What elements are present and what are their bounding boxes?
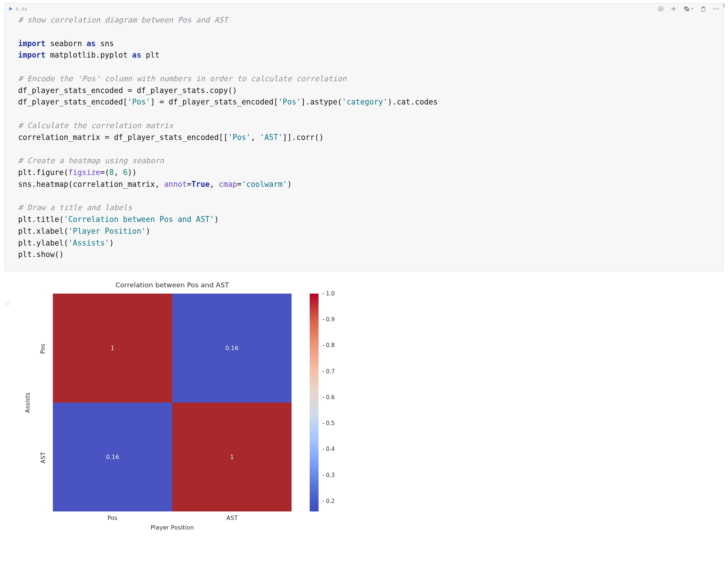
kw-import: import xyxy=(18,39,45,48)
heatmap-cell-0-1: 0.16 xyxy=(172,294,292,403)
code-line: # Create a heatmap using seaborn xyxy=(18,156,164,165)
string: 'category' xyxy=(342,97,387,106)
colorbar-tick: 0.5 xyxy=(322,420,335,427)
code-frag: = xyxy=(187,180,191,189)
code-frag: plt.ylabel( xyxy=(18,239,68,247)
x-axis-label: Player Position xyxy=(53,524,292,531)
code-frag: = xyxy=(237,180,241,189)
kw-as: as xyxy=(86,39,96,48)
module-name: seaborn xyxy=(50,39,82,48)
colorbar-tick: 0.8 xyxy=(322,342,335,349)
more-actions-icon[interactable] xyxy=(713,8,720,10)
code-frag: =( xyxy=(100,168,109,177)
string: 'Pos' xyxy=(278,97,301,106)
python-kernel-icon[interactable] xyxy=(683,6,694,12)
code-line: # Encode the 'Pos' column with numbers i… xyxy=(18,74,347,83)
code-frag: df_player_stats_encoded[ xyxy=(18,97,127,106)
code-frag: correlation_matrix = df_player_stats_enc… xyxy=(18,133,228,142)
alias: plt xyxy=(146,51,160,59)
cell-collapse-handle-output[interactable] xyxy=(4,302,10,306)
code-frag: ) xyxy=(109,239,114,247)
colorbar-tick: 1.0 xyxy=(322,290,335,297)
code-frag: plt.figure( xyxy=(18,168,68,177)
y-axis-label-text: Assists xyxy=(24,393,31,413)
string: 'AST' xyxy=(260,133,283,142)
add-cell-icon[interactable] xyxy=(671,6,677,12)
heatmap-cell-1-1: 1 xyxy=(172,403,292,511)
colorbar-tick: 0.3 xyxy=(322,472,335,479)
code-frag: , xyxy=(251,133,260,142)
code-line: plt.show() xyxy=(18,250,64,259)
x-tick-1: AST xyxy=(214,514,251,521)
string: 'Assists' xyxy=(68,239,109,247)
code-frag: ) xyxy=(214,215,219,224)
string: 'Correlation between Pos and AST' xyxy=(64,215,214,224)
code-frag: ) xyxy=(146,227,150,236)
svg-point-1 xyxy=(713,8,714,9)
code-frag: ]].corr() xyxy=(283,133,324,142)
code-line: # show correlation diagram between Pos a… xyxy=(18,16,228,24)
code-editor[interactable]: # show correlation diagram between Pos a… xyxy=(18,14,717,261)
y-tick-1: AST xyxy=(35,454,51,461)
heatmap-cell-0-0: 1 xyxy=(53,294,172,403)
heatmap-cell-1-0: 0.16 xyxy=(53,403,172,511)
string: 'Pos' xyxy=(127,97,150,106)
cell-toolbar-actions xyxy=(657,6,720,12)
y-axis-label: Assists xyxy=(24,294,31,511)
kw-import: import xyxy=(18,51,45,59)
svg-point-2 xyxy=(715,8,717,9)
string: 'Pos' xyxy=(228,133,251,142)
alias: sns xyxy=(100,39,114,48)
code-frag: plt.title( xyxy=(18,215,64,224)
colorbar xyxy=(310,294,319,511)
code-frag: plt.xlabel( xyxy=(18,227,68,236)
code-line: df_player_stats_encoded = df_player_stat… xyxy=(18,86,237,95)
run-by-line-icon[interactable] xyxy=(657,6,664,12)
y-tick-label: Pos xyxy=(39,344,46,354)
cell-input-area[interactable]: 0.0s # xyxy=(4,3,724,271)
code-line: # Calculate the correlation matrix xyxy=(18,121,173,130)
kwarg: figsize xyxy=(68,168,100,177)
code-frag: ) xyxy=(287,180,292,189)
string: 'coolwarm' xyxy=(242,180,287,189)
exec-time-label: 0.0s xyxy=(16,6,27,12)
colorbar-tick: 0.7 xyxy=(322,368,335,375)
number: 6 xyxy=(123,168,127,177)
run-cell-icon[interactable] xyxy=(8,7,13,11)
code-cell: 0.0s # xyxy=(4,3,724,534)
code-frag: )) xyxy=(127,168,137,177)
cell-output-area: Correlation between Pos and AST 1 0.16 0… xyxy=(4,271,724,534)
colorbar-tick: 0.9 xyxy=(322,316,335,323)
code-frag: , xyxy=(210,180,219,189)
code-frag: ).cat.codes xyxy=(388,97,438,106)
svg-point-3 xyxy=(718,8,719,9)
heatmap-grid: 1 0.16 0.16 1 xyxy=(53,294,292,511)
y-tick-label: AST xyxy=(40,452,47,463)
kwarg: annot xyxy=(164,180,187,189)
code-frag: ] = df_player_stats_encoded[ xyxy=(150,97,278,106)
code-frag: sns.heatmap(correlation_matrix, xyxy=(18,180,164,189)
kwarg: cmap xyxy=(219,180,237,189)
string: 'Player Position' xyxy=(68,227,146,236)
colorbar-tick: 0.6 xyxy=(322,394,335,401)
code-line: # Draw a title and labels xyxy=(18,203,132,212)
colorbar-tick: 0.2 xyxy=(322,498,335,504)
heatmap-chart: Correlation between Pos and AST 1 0.16 0… xyxy=(18,279,339,534)
colorbar-tick: 0.4 xyxy=(322,446,335,452)
x-tick-0: Pos xyxy=(94,514,131,521)
cell-toolbar: 0.0s xyxy=(5,3,723,12)
code-frag: , xyxy=(114,168,123,177)
number: 8 xyxy=(109,168,114,177)
module-name: matplotlib.pyplot xyxy=(50,51,127,59)
delete-cell-icon[interactable] xyxy=(700,6,706,12)
svg-point-0 xyxy=(660,8,662,10)
code-frag: ].astype( xyxy=(301,97,342,106)
y-tick-0: Pos xyxy=(35,345,51,352)
chart-title: Correlation between Pos and AST xyxy=(53,281,292,289)
bool: True xyxy=(191,180,210,189)
kw-as: as xyxy=(132,51,142,59)
